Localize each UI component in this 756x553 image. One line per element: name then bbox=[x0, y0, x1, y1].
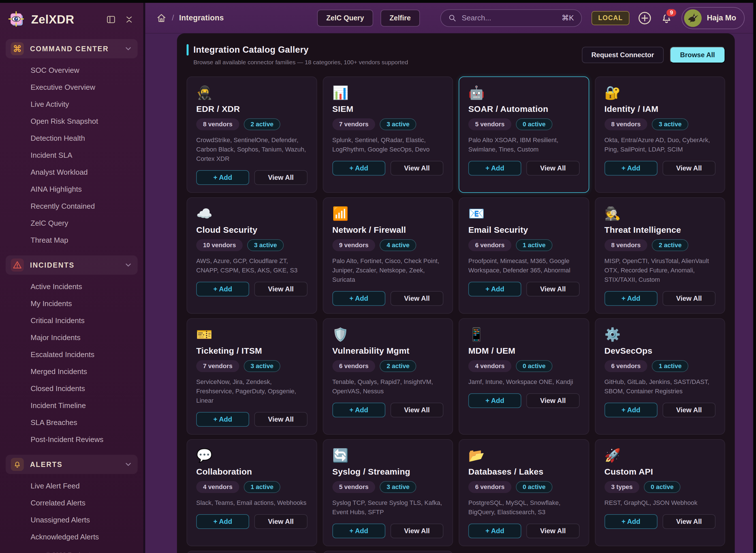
integration-card[interactable]: 🔄 Syslog / Streaming 5 vendors 3 active … bbox=[323, 439, 453, 546]
sidebar-item[interactable]: AINA Highlights bbox=[30, 181, 138, 198]
integration-card[interactable]: 🛡️ Vulnerability Mgmt 6 vendors 2 active… bbox=[323, 318, 453, 434]
card-description: Okta, Entra/Azure AD, Duo, CyberArk, Pin… bbox=[604, 135, 716, 154]
sidebar-item[interactable]: Executive Overview bbox=[30, 79, 138, 96]
sidebar-section-header-incidents[interactable]: INCIDENTS bbox=[6, 255, 138, 275]
view-all-button[interactable]: View All bbox=[254, 282, 307, 297]
sidebar-item[interactable]: Open Risk Snapshot bbox=[30, 113, 138, 130]
view-all-button[interactable]: View All bbox=[254, 412, 307, 427]
card-badges: 8 vendors 2 active bbox=[196, 118, 280, 130]
add-button[interactable]: + Add bbox=[604, 403, 658, 417]
sidebar-item[interactable]: Detection Health bbox=[30, 130, 138, 147]
user-menu[interactable]: Haja Mo bbox=[681, 7, 745, 29]
card-actions: + Add View All bbox=[604, 403, 716, 417]
sidebar-item[interactable]: ZelC Query bbox=[30, 215, 138, 232]
add-button[interactable]: + Add bbox=[604, 161, 658, 175]
view-all-button[interactable]: View All bbox=[526, 393, 579, 408]
sidebar-item[interactable]: Acknowledged Alerts bbox=[30, 528, 138, 545]
sidebar-item[interactable]: Correlated Alerts bbox=[30, 494, 138, 511]
notifications-bell-icon[interactable]: 9 bbox=[660, 12, 673, 25]
sidebar-section-header-alerts[interactable]: ALERTS bbox=[6, 455, 138, 474]
integration-card[interactable]: 📶 Network / Firewall 9 vendors 4 active … bbox=[323, 198, 453, 314]
add-button[interactable]: + Add bbox=[196, 412, 249, 427]
view-all-button[interactable]: View All bbox=[254, 170, 307, 185]
sidebar-section-header-command-center[interactable]: ⌘ COMMAND CENTER bbox=[6, 39, 138, 58]
integration-card[interactable]: 📱 MDM / UEM 4 vendors 0 active Jamf, Int… bbox=[459, 318, 589, 434]
sidebar-item[interactable]: Threat Map bbox=[30, 232, 138, 249]
sidebar-item[interactable]: Incident SLA bbox=[30, 147, 138, 164]
add-button[interactable]: + Add bbox=[332, 161, 385, 175]
card-actions: + Add View All bbox=[332, 524, 444, 538]
integration-card[interactable]: ☁️ Cloud Security 10 vendors 3 active AW… bbox=[187, 198, 317, 314]
zelc-query-button[interactable]: ZelC Query bbox=[317, 10, 373, 27]
sidebar-item[interactable]: Escalated Incidents bbox=[30, 346, 138, 363]
add-button[interactable]: + Add bbox=[468, 524, 521, 538]
sidebar-item[interactable]: Incident Timeline bbox=[30, 397, 138, 414]
add-button[interactable]: + Add bbox=[332, 524, 385, 538]
integration-card[interactable]: 📊 SIEM 7 vendors 3 active Splunk, Sentin… bbox=[323, 76, 453, 193]
view-all-button[interactable]: View All bbox=[663, 403, 716, 417]
integration-card[interactable]: 🔐 Identity / IAM 8 vendors 3 active Okta… bbox=[595, 76, 726, 193]
sidebar-item[interactable]: Analyst Workload bbox=[30, 164, 138, 181]
integration-card[interactable]: 🥷 EDR / XDR 8 vendors 2 active CrowdStri… bbox=[187, 76, 317, 193]
shield-icon: 🛡️ bbox=[332, 327, 349, 342]
add-button[interactable]: + Add bbox=[196, 514, 249, 529]
integration-card[interactable]: ⚙️ DevSecOps 6 vendors 1 active GitHub, … bbox=[595, 318, 726, 434]
add-button[interactable]: + Add bbox=[604, 291, 658, 306]
browse-all-button[interactable]: Browse All bbox=[670, 47, 725, 63]
add-button[interactable]: + Add bbox=[468, 161, 521, 175]
integration-card[interactable]: 📂 Databases / Lakes 6 vendors 0 active P… bbox=[459, 439, 589, 546]
add-button[interactable]: + Add bbox=[468, 282, 521, 297]
sidebar-item[interactable]: Unassigned Alerts bbox=[30, 511, 138, 528]
view-all-button[interactable]: View All bbox=[526, 524, 579, 538]
add-button[interactable]: + Add bbox=[196, 282, 249, 297]
sidebar-item[interactable]: Critical Incidents bbox=[30, 312, 138, 329]
integration-card[interactable]: 📧 Email Security 6 vendors 1 active Proo… bbox=[459, 198, 589, 314]
sidebar-item[interactable]: Closed Incidents bbox=[30, 380, 138, 397]
integration-card[interactable]: 🎫 Ticketing / ITSM 7 vendors 3 active Se… bbox=[187, 318, 317, 434]
title-accent-bar bbox=[187, 44, 188, 56]
main-area: / Integrations ZelC Query Zelfire ⌘K LOC… bbox=[145, 3, 756, 553]
integration-card[interactable]: 💾 Asset Management 4 vendors 0 active La… bbox=[187, 551, 317, 553]
add-button[interactable]: + Add bbox=[196, 170, 249, 185]
zelfire-button[interactable]: Zelfire bbox=[381, 10, 420, 27]
add-icon[interactable] bbox=[637, 11, 652, 25]
breadcrumb[interactable]: Integrations bbox=[179, 14, 224, 22]
view-all-button[interactable]: View All bbox=[391, 524, 443, 538]
card-badges: 7 vendors 3 active bbox=[196, 360, 280, 372]
integration-card[interactable]: 🚀 Custom API 3 types 0 active REST, Grap… bbox=[595, 439, 726, 546]
sidebar-item[interactable]: SOC Overview bbox=[30, 62, 138, 79]
sidebar-item[interactable]: Active Incidents bbox=[30, 278, 138, 295]
vendors-badge: 6 vendors bbox=[468, 239, 511, 251]
collapse-sidebar-icon[interactable] bbox=[123, 13, 135, 26]
sidebar-item[interactable]: Merged Incidents bbox=[30, 363, 138, 380]
view-all-button[interactable]: View All bbox=[526, 282, 579, 297]
view-all-button[interactable]: View All bbox=[391, 403, 443, 417]
panel-toggle-icon[interactable] bbox=[105, 13, 117, 26]
add-button[interactable]: + Add bbox=[332, 291, 385, 306]
sidebar-item[interactable]: Post-Incident Reviews bbox=[30, 431, 138, 448]
sidebar-item[interactable]: Major Incidents bbox=[30, 329, 138, 346]
view-all-button[interactable]: View All bbox=[391, 291, 443, 306]
add-button[interactable]: + Add bbox=[332, 403, 385, 417]
sidebar-item[interactable]: My Incidents bbox=[30, 295, 138, 312]
view-all-button[interactable]: View All bbox=[663, 291, 716, 306]
view-all-button[interactable]: View All bbox=[663, 514, 716, 529]
view-all-button[interactable]: View All bbox=[663, 161, 716, 175]
sidebar-item[interactable]: SLA Breaches bbox=[30, 414, 138, 431]
integration-card[interactable]: 🤖 SOAR / Automation 5 vendors 0 active P… bbox=[459, 76, 589, 193]
add-button[interactable]: + Add bbox=[604, 514, 658, 529]
integration-card[interactable]: 💬 Collaboration 4 vendors 1 active Slack… bbox=[187, 439, 317, 546]
sidebar-section-command-center: ⌘ COMMAND CENTER SOC OverviewExecutive O… bbox=[6, 39, 138, 251]
integration-card[interactable]: 🔌 OT / ICS 2 vendors 0 active Generic OT… bbox=[323, 551, 453, 553]
home-icon[interactable] bbox=[156, 13, 167, 23]
search-input[interactable] bbox=[461, 13, 557, 23]
view-all-button[interactable]: View All bbox=[526, 161, 579, 175]
sidebar-item[interactable]: Live Activity bbox=[30, 96, 138, 113]
integration-card[interactable]: 🕵️ Threat Intelligence 8 vendors 2 activ… bbox=[595, 198, 726, 314]
sidebar-item[interactable]: Recently Contained bbox=[30, 198, 138, 215]
request-connector-button[interactable]: Request Connector bbox=[582, 47, 664, 63]
view-all-button[interactable]: View All bbox=[391, 161, 443, 175]
view-all-button[interactable]: View All bbox=[254, 514, 307, 529]
add-button[interactable]: + Add bbox=[468, 393, 521, 408]
sidebar-item[interactable]: Live Alert Feed bbox=[30, 477, 138, 494]
